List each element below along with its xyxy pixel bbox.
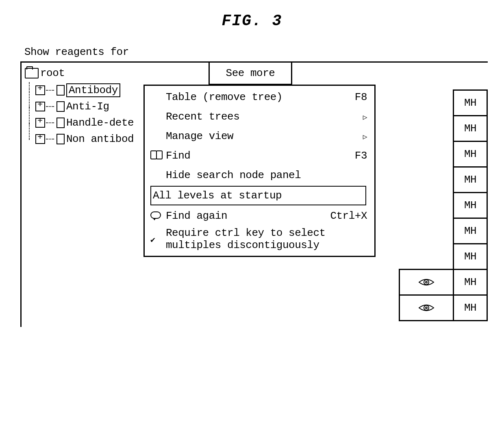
menu-item-find-again[interactable]: Find again Ctrl+X [145,206,374,226]
expand-icon[interactable] [35,134,45,144]
expand-icon[interactable] [35,118,45,128]
menu-item-require-ctrl[interactable]: Require ctrl key to select multiples dis… [145,226,374,253]
tab-label: MH [464,250,476,263]
checkbox[interactable] [56,85,65,96]
tree-connector-icon [46,122,54,123]
expand-icon[interactable] [35,85,45,95]
tree-connector-icon [46,106,54,107]
tree-item[interactable]: Handle-dete [25,115,134,131]
submenu-arrow-icon [363,111,367,123]
tree-item-label: Anti-Ig [66,100,109,113]
tree-connector-icon [29,82,30,90]
tree-connector-icon [29,124,30,140]
right-tab-column: MH MH MH MH MH MH MH MH MH [453,89,488,321]
checkbox[interactable] [56,134,65,144]
folder-icon [25,68,39,78]
binoculars-icon [150,150,164,162]
tab-cell[interactable]: MH [453,294,488,321]
menu-item-manage-view[interactable]: Manage view [145,126,374,146]
menu-item-label: Manage view [166,130,355,142]
figure-label: FIG. 3 [16,12,488,30]
menu-item-recent-trees[interactable]: Recent trees [145,107,374,126]
menu-item-hide-search[interactable]: Hide search node panel [145,166,374,185]
main-panel: root Antibody Anti-Ig Handle-dete [20,61,488,327]
eye-icon [418,304,434,312]
menu-item-all-levels[interactable]: All levels at startup [150,186,366,205]
speech-bubble-icon [150,210,164,222]
tree-view[interactable]: root Antibody Anti-Ig Handle-dete [22,63,137,149]
see-more-label: See more [226,67,275,79]
tree-item[interactable]: Anti-Ig [25,98,134,115]
tab-cell[interactable]: MH [453,192,488,218]
eye-icon [418,278,434,286]
tab-label: MH [464,199,476,211]
tree-connector-icon [46,139,54,139]
menu-item-shortcut: F8 [355,91,367,103]
tree-connector-icon [46,90,54,91]
panel-header-label: Show reagents for [24,46,488,58]
menu-item-shortcut: F3 [355,150,367,162]
menu-item-find[interactable]: Find F3 [145,146,374,166]
checkbox[interactable] [56,101,65,112]
submenu-arrow-icon [363,130,367,142]
preview-cell[interactable] [399,294,453,321]
tab-label: MH [464,174,476,186]
check-icon [150,233,164,246]
tree-item-label: Handle-dete [66,117,134,129]
tab-cell[interactable]: MH [453,115,488,141]
context-menu: Table (remove tree) F8 Recent trees Mana… [143,85,376,257]
menu-item-label: Recent trees [166,111,355,123]
tab-cell[interactable]: MH [453,269,488,294]
tab-label: MH [464,97,476,109]
tab-label: MH [464,148,476,160]
tab-cell[interactable]: MH [453,141,488,166]
tab-cell[interactable]: MH [453,166,488,192]
menu-item-label: Find again [166,210,322,222]
tree-root-label: root [40,67,65,79]
tab-cell[interactable]: MH [453,243,488,269]
tab-cell[interactable]: MH [453,89,488,115]
tree-item[interactable]: Non antibod [25,131,134,147]
preview-column [399,269,453,321]
menu-item-label: Find [166,150,347,162]
menu-item-label: Table (remove tree) [166,91,347,103]
menu-item-label: Require ctrl key to select multiples dis… [166,227,367,252]
menu-item-label: Hide search node panel [166,169,367,181]
preview-cell[interactable] [399,269,453,294]
tree-item-label: Non antibod [66,133,134,145]
menu-item-label: All levels at startup [153,189,364,202]
tree-connector-icon [29,107,30,124]
tab-label: MH [464,122,476,135]
tab-label: MH [464,302,476,314]
tab-label: MH [464,276,476,288]
checkbox[interactable] [56,118,65,128]
tree-item-label: Antibody [66,83,120,97]
menu-item-table[interactable]: Table (remove tree) F8 [145,87,374,107]
see-more-button[interactable]: See more [209,63,292,85]
tab-cell[interactable]: MH [453,218,488,243]
menu-item-shortcut: Ctrl+X [330,210,367,222]
expand-icon[interactable] [35,102,45,111]
tree-connector-icon [29,91,30,107]
tab-label: MH [464,225,476,237]
tree-root-row[interactable]: root [25,64,134,82]
tree-item[interactable]: Antibody [25,82,134,98]
